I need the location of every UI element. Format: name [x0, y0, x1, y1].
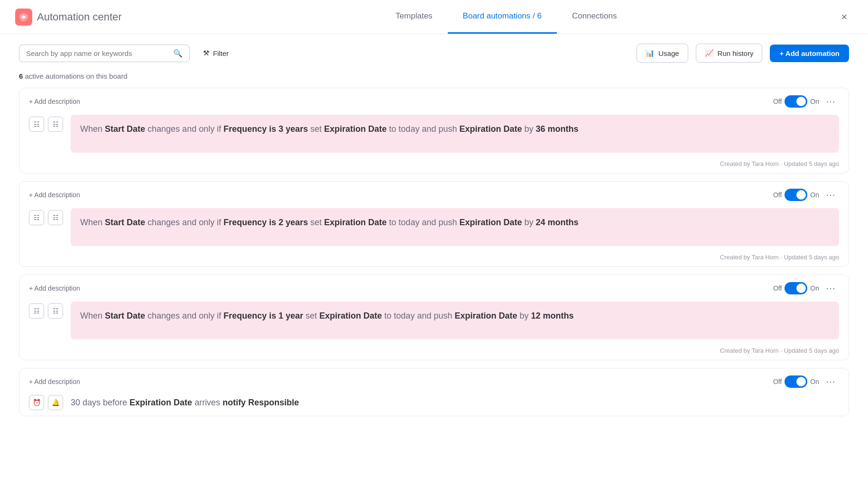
- bell-icon[interactable]: 🔔: [48, 395, 63, 410]
- filter-icon: ⚒: [203, 49, 209, 57]
- view-toggle-icon[interactable]: ☷: [29, 210, 44, 225]
- toggle-off-label: Off: [773, 191, 782, 199]
- add-description-link[interactable]: + Add description: [29, 191, 80, 199]
- card-header: + Add description Off On ⋯: [19, 368, 849, 391]
- logo-area: Automation center: [15, 9, 122, 26]
- toggle-more-row: Off On ⋯: [773, 187, 839, 202]
- app-logo-icon: [15, 9, 32, 26]
- grid-view-icon[interactable]: ☷: [48, 210, 63, 225]
- run-history-button[interactable]: 📈 Run history: [696, 44, 763, 63]
- filter-button[interactable]: ⚒ Filter: [197, 45, 234, 61]
- count-text: 6 active automations on this board: [0, 72, 868, 88]
- automation-card: + Add description Off On ⋯ ☷ ☷ When Star…: [19, 181, 849, 267]
- toggle-on-label: On: [810, 378, 819, 385]
- toggle-switch[interactable]: [785, 189, 807, 201]
- view-toggle-icon[interactable]: ☷: [29, 303, 44, 319]
- automation-card: + Add description Off On ⋯ ⏰ 🔔 30 days b…: [19, 368, 849, 416]
- toggle-switch[interactable]: [785, 375, 807, 388]
- notification-icons: ⏰ 🔔: [29, 395, 63, 410]
- toggle-on-label: On: [810, 191, 819, 199]
- toggle-off-label: Off: [773, 378, 782, 385]
- card-body: ☷ ☷ When Start Date changes and only if …: [19, 111, 849, 158]
- history-icon: 📈: [705, 49, 714, 57]
- card-footer: Created by Tara Horn · Updated 5 days ag…: [19, 252, 849, 266]
- card-body: ☷ ☷ When Start Date changes and only if …: [19, 204, 849, 252]
- header: Automation center Templates Board automa…: [0, 0, 868, 34]
- toggle-switch[interactable]: [785, 95, 807, 108]
- tab-board-automations[interactable]: Board automations / 6: [448, 0, 557, 34]
- add-automation-button[interactable]: + Add automation: [770, 45, 849, 62]
- toggle-switch[interactable]: [785, 282, 807, 294]
- toolbar: 🔍 ⚒ Filter 📊 Usage 📈 Run history + Add a…: [0, 34, 868, 72]
- toggle-off-label: Off: [773, 98, 782, 105]
- add-description-link[interactable]: + Add description: [29, 284, 80, 292]
- automation-card: + Add description Off On ⋯ ☷ ☷ When Star…: [19, 274, 849, 360]
- usage-button[interactable]: 📊 Usage: [637, 44, 688, 63]
- card-icons: ☷ ☷: [29, 302, 63, 319]
- toggle-on-label: On: [810, 284, 819, 292]
- tab-connections[interactable]: Connections: [557, 0, 632, 34]
- toggle-more-row: Off On ⋯: [773, 281, 839, 296]
- toggle-off-label: Off: [773, 284, 782, 292]
- toggle-on-label: On: [810, 98, 819, 105]
- search-box: 🔍: [19, 45, 190, 62]
- grid-view-icon[interactable]: ☷: [48, 117, 63, 132]
- usage-icon: 📊: [646, 49, 655, 57]
- card-footer: Created by Tara Horn · Updated 5 days ag…: [19, 158, 849, 173]
- card-footer: Created by Tara Horn · Updated 5 days ag…: [19, 345, 849, 360]
- more-options-button[interactable]: ⋯: [822, 94, 839, 109]
- add-description-link[interactable]: + Add description: [29, 98, 80, 105]
- app-title: Automation center: [37, 11, 122, 23]
- notification-text[interactable]: 30 days before Expiration Date arrives n…: [71, 398, 839, 408]
- automation-text[interactable]: When Start Date changes and only if Freq…: [71, 115, 839, 153]
- add-description-link[interactable]: + Add description: [29, 378, 80, 385]
- more-options-button[interactable]: ⋯: [822, 374, 839, 389]
- more-options-button[interactable]: ⋯: [822, 281, 839, 296]
- automation-text[interactable]: When Start Date changes and only if Freq…: [71, 302, 839, 339]
- view-toggle-icon[interactable]: ☷: [29, 117, 44, 132]
- card-body: ☷ ☷ When Start Date changes and only if …: [19, 298, 849, 345]
- card-icons: ☷ ☷: [29, 115, 63, 132]
- alarm-icon[interactable]: ⏰: [29, 395, 44, 410]
- search-icon: 🔍: [173, 49, 183, 58]
- grid-view-icon[interactable]: ☷: [48, 303, 63, 319]
- card-icons: ☷ ☷: [29, 208, 63, 225]
- toggle-more-row: Off On ⋯: [773, 94, 839, 109]
- automation-text[interactable]: When Start Date changes and only if Freq…: [71, 208, 839, 246]
- automations-list: + Add description Off On ⋯ ☷ ☷ When Star…: [0, 88, 868, 424]
- toggle-more-row: Off On ⋯: [773, 374, 839, 389]
- nav-tabs: Templates Board automations / 6 Connecti…: [160, 0, 853, 34]
- search-input[interactable]: [26, 49, 168, 57]
- card-header: + Add description Off On ⋯: [19, 88, 849, 111]
- card-header: + Add description Off On ⋯: [19, 182, 849, 204]
- more-options-button[interactable]: ⋯: [822, 187, 839, 202]
- card-header: + Add description Off On ⋯: [19, 275, 849, 298]
- automation-card: + Add description Off On ⋯ ☷ ☷ When Star…: [19, 88, 849, 174]
- card-body: ⏰ 🔔 30 days before Expiration Date arriv…: [19, 391, 849, 416]
- close-button[interactable]: ×: [836, 9, 853, 26]
- tab-templates[interactable]: Templates: [380, 0, 447, 34]
